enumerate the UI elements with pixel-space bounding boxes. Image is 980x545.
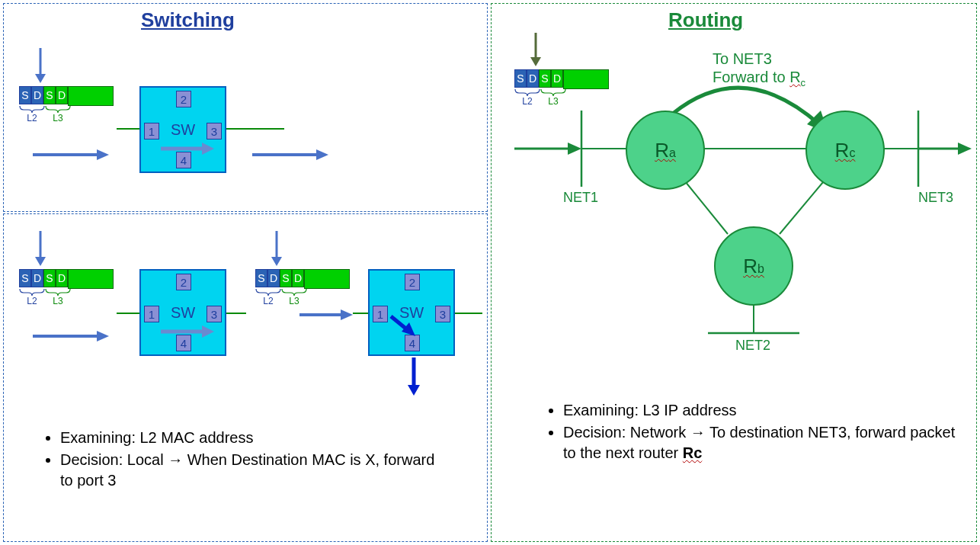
arrow-right-icon: [33, 329, 109, 344]
net2-label: NET2: [735, 338, 770, 354]
l2-label: L2: [19, 113, 45, 123]
arrow-down-icon: [269, 231, 284, 266]
switching-title: Switching: [141, 8, 235, 32]
l2-label: L2: [19, 296, 45, 306]
router-a-icon: Ra: [626, 111, 705, 190]
port-3: 3: [207, 123, 222, 139]
svg-line-37: [780, 178, 827, 234]
pk-l3-src: S: [43, 269, 56, 287]
arrow-right-icon: [161, 324, 214, 339]
svg-marker-15: [97, 331, 109, 341]
arrow-diag-icon: [389, 315, 420, 341]
pk-l2-dst: D: [267, 269, 280, 287]
bullet-examining: Examining: L2 MAC address: [60, 428, 438, 448]
router-c-icon: Rc: [805, 111, 885, 190]
arrow-down-icon: [406, 357, 421, 396]
pk-payload: [304, 269, 350, 289]
switch-label: SW: [171, 121, 195, 139]
bullet-examining: Examining: L3 IP address: [563, 400, 956, 421]
switch-icon: 2 1 3 4 SW: [139, 86, 226, 173]
arrow-right-icon: [161, 141, 214, 156]
topology-links: [492, 4, 978, 354]
switching-panel-top: Switching S D S D L2 L3 2 1 3 4 SW: [3, 3, 488, 212]
pk-l2-src: S: [19, 269, 31, 287]
bullet-decision: Decision: Local → When Destination MAC i…: [60, 450, 438, 491]
bracket-l3: L3: [45, 106, 71, 123]
pk-l3-src: S: [43, 86, 56, 104]
routing-bullets: Examining: L3 IP address Decision: Netwo…: [545, 400, 956, 465]
router-b-icon: Rb: [714, 226, 793, 306]
bracket-l2: L2: [255, 289, 281, 306]
svg-marker-24: [408, 385, 420, 396]
arrow-right-icon: [252, 147, 328, 162]
switch-label: SW: [171, 304, 195, 322]
l3-label: L3: [45, 296, 71, 306]
arrow-down-icon: [33, 48, 48, 83]
svg-marker-6: [97, 149, 109, 160]
net3-label: NET3: [918, 190, 953, 206]
switch-icon: 2 1 3 4 SW: [139, 269, 226, 356]
pk-payload: [68, 86, 114, 106]
bullet-decision: Decision: Network → To destination NET3,…: [563, 422, 956, 463]
svg-line-36: [682, 178, 728, 234]
svg-marker-28: [568, 143, 581, 155]
svg-marker-10: [35, 257, 46, 266]
port-1: 1: [144, 123, 159, 139]
pk-l2-src: S: [255, 269, 267, 287]
pk-l3-dst: D: [56, 269, 68, 287]
svg-marker-17: [271, 257, 282, 266]
pk-l3-dst: D: [292, 269, 304, 287]
routing-panel: Routing S D S D L2 L3 To NET3 Forward to…: [491, 3, 977, 542]
pk-l2-dst: D: [31, 86, 43, 104]
l3-label: L3: [281, 296, 307, 306]
pk-l3-dst: D: [56, 86, 68, 104]
pk-l2-src: S: [19, 86, 31, 104]
pk-l3-src: S: [280, 269, 292, 287]
bracket-l3: L3: [281, 289, 307, 306]
svg-marker-35: [958, 143, 972, 155]
port-3: 3: [207, 306, 222, 322]
svg-marker-4: [202, 143, 214, 155]
l3-label: L3: [45, 113, 71, 123]
switching-panel-bottom: S D S D L2 L3 2 1 3 4 SW S D S D: [3, 213, 488, 542]
svg-marker-8: [316, 149, 328, 160]
packet-sw2b: S D S D: [255, 269, 350, 289]
pk-payload: [68, 269, 114, 289]
port-3: 3: [435, 306, 450, 322]
packet-sw1: S D S D: [19, 86, 114, 106]
bracket-l2: L2: [19, 106, 45, 123]
switching-bullets: Examining: L2 MAC address Decision: Loca…: [42, 428, 438, 492]
arrow-right-icon: [299, 307, 353, 322]
net1-label: NET1: [563, 190, 598, 206]
l2-label: L2: [255, 296, 281, 306]
port-2: 2: [176, 91, 191, 107]
port-1: 1: [144, 306, 159, 322]
svg-marker-19: [341, 309, 353, 320]
bracket-l3: L3: [45, 289, 71, 306]
switch-icon: 2 1 3 4 SW: [368, 269, 455, 356]
packet-sw2a: S D S D: [19, 269, 114, 289]
arrow-down-icon: [33, 231, 48, 266]
port-2: 2: [405, 274, 420, 290]
svg-marker-13: [202, 325, 214, 338]
arrow-right-icon: [33, 147, 109, 162]
pk-l2-dst: D: [31, 269, 43, 287]
bracket-l2: L2: [19, 289, 45, 306]
svg-marker-1: [35, 74, 46, 83]
port-2: 2: [176, 274, 191, 290]
port-1: 1: [373, 306, 388, 322]
